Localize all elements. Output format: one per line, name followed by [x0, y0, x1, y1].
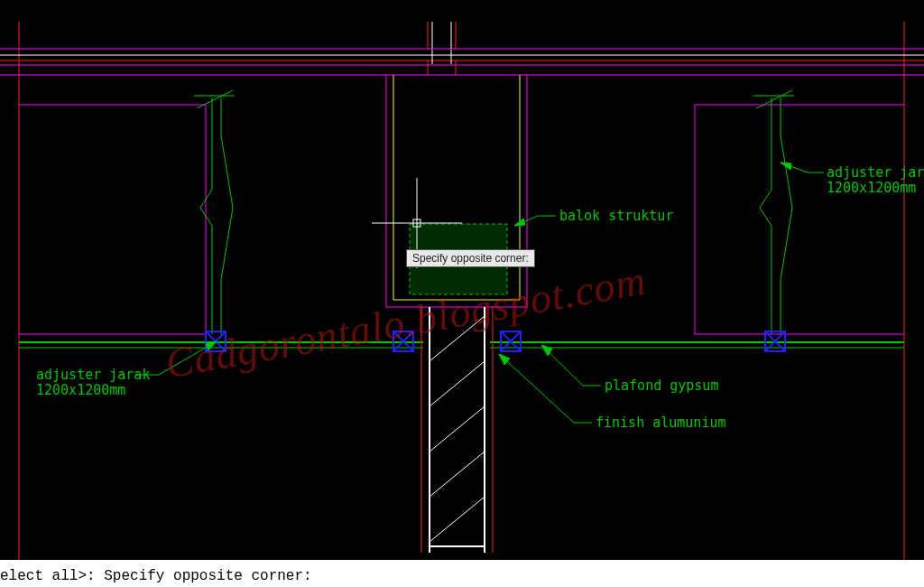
command-line-area[interactable]: elect all>: Specify opposite corner:: [0, 560, 924, 587]
leader-balok: [514, 216, 556, 226]
svg-line-42: [430, 316, 485, 361]
svg-line-43: [430, 361, 485, 406]
svg-line-45: [430, 452, 485, 497]
label-balok: balok struktur: [559, 208, 673, 224]
hanger-right: [753, 90, 794, 334]
command-line-text: elect all>: Specify opposite corner:: [0, 568, 312, 584]
leader-plafond: [541, 345, 601, 386]
column-section: [421, 307, 493, 553]
hanger-left: [194, 90, 235, 334]
svg-marker-54: [499, 354, 510, 365]
tooltip-text: Specify opposite corner:: [412, 252, 529, 265]
label-plafond: plafond gypsum: [605, 377, 718, 394]
svg-line-20: [756, 90, 792, 108]
label-adj-left-1: adjuster jarak: [36, 367, 150, 383]
leader-finish: [499, 354, 592, 423]
label-finish: finish alumunium: [596, 415, 726, 431]
svg-line-44: [430, 406, 485, 452]
svg-line-16: [197, 90, 233, 108]
leader-adjuster-right: [781, 163, 824, 172]
cursor-tooltip: Specify opposite corner:: [406, 249, 535, 267]
label-adj-right-1: adjuster jarak: [827, 164, 924, 181]
label-adj-right-2: 1200x1200mm: [827, 180, 916, 196]
svg-line-46: [430, 497, 485, 542]
label-adj-left-2: 1200x1200mm: [36, 382, 125, 398]
drawing-canvas[interactable]: balok struktur adjuster jarak 1200x1200m…: [0, 0, 924, 560]
